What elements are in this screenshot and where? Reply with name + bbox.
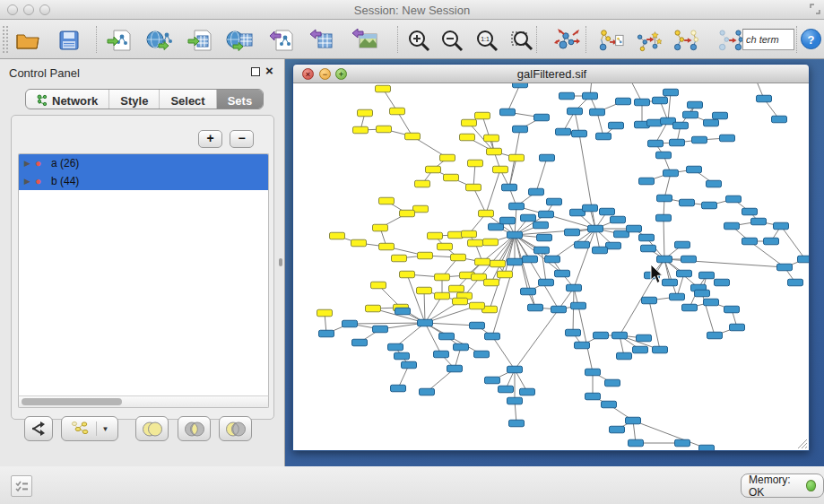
graph-node[interactable] [715, 279, 730, 286]
graph-node[interactable] [594, 332, 609, 339]
graph-node[interactable] [713, 112, 728, 119]
graph-edge[interactable] [515, 309, 559, 369]
graph-node[interactable] [507, 231, 523, 239]
graph-node-selected[interactable] [371, 282, 386, 289]
graph-node-selected[interactable] [490, 260, 506, 267]
intersection-button[interactable] [178, 416, 211, 441]
graph-node-selected[interactable] [449, 285, 464, 292]
graph-node[interactable] [707, 180, 722, 187]
graph-node[interactable] [571, 302, 586, 309]
panel-collapse-handle[interactable] [279, 258, 282, 266]
graph-node[interactable] [513, 83, 528, 88]
graph-node-selected[interactable] [373, 224, 388, 231]
graph-node[interactable] [434, 351, 449, 358]
graph-node[interactable] [656, 152, 672, 159]
resize-grip-icon[interactable] [795, 437, 808, 449]
graph-node[interactable] [617, 352, 632, 360]
graph-node[interactable] [523, 256, 538, 263]
graph-edge[interactable] [486, 169, 500, 213]
task-history-button[interactable] [11, 475, 32, 497]
graph-node[interactable] [593, 247, 608, 254]
graph-node[interactable] [507, 258, 523, 265]
graph-node[interactable] [572, 130, 587, 137]
graph-node-selected[interactable] [366, 305, 381, 312]
graph-node[interactable] [742, 238, 758, 245]
graph-node[interactable] [633, 346, 648, 353]
graph-node[interactable] [653, 97, 668, 104]
network-window-titlebar[interactable]: × − + galFiltered.sif [293, 65, 810, 83]
graph-edge[interactable] [573, 288, 574, 333]
graph-node[interactable] [726, 196, 742, 203]
graph-node[interactable] [583, 92, 598, 100]
graph-node[interactable] [521, 288, 536, 295]
graph-node-selected[interactable] [468, 160, 483, 167]
graph-node[interactable] [509, 420, 525, 427]
graph-node[interactable] [588, 225, 603, 232]
graph-node[interactable] [565, 229, 580, 236]
graph-edge[interactable] [649, 300, 660, 350]
export-network-button[interactable] [268, 27, 295, 54]
export-image-button[interactable] [351, 27, 378, 54]
graph-node[interactable] [670, 139, 685, 146]
graph-node-selected[interactable] [468, 239, 483, 247]
graph-edge[interactable] [574, 229, 595, 288]
graph-node[interactable] [547, 198, 562, 205]
float-panel-icon[interactable] [251, 67, 260, 76]
graph-node-selected[interactable] [405, 133, 421, 140]
graph-node-selected[interactable] [392, 255, 407, 262]
graph-node[interactable] [639, 178, 655, 185]
graph-node[interactable] [489, 223, 504, 230]
split-set-button[interactable] [24, 416, 53, 441]
graph-node[interactable] [664, 89, 679, 96]
graph-node[interactable] [609, 122, 624, 129]
graph-node[interactable] [688, 101, 703, 109]
graph-node-selected[interactable] [353, 126, 369, 134]
tab-network[interactable]: Network [26, 90, 109, 109]
graph-node-selected[interactable] [417, 287, 432, 294]
graph-node[interactable] [742, 208, 758, 215]
graph-node[interactable] [664, 169, 679, 177]
graph-node-selected[interactable] [415, 180, 430, 187]
graph-node[interactable] [606, 242, 621, 249]
graph-node[interactable] [555, 270, 570, 277]
graph-node[interactable] [675, 439, 690, 447]
graph-node[interactable] [707, 332, 723, 339]
graph-node[interactable] [777, 264, 793, 271]
import-network-web-button[interactable] [146, 27, 173, 54]
graph-node[interactable] [681, 256, 697, 263]
graph-node[interactable] [612, 332, 628, 339]
close-panel-icon[interactable]: × [265, 63, 273, 78]
set-row-b[interactable]: ▶ ● b (44) [19, 172, 268, 190]
graph-node[interactable] [507, 397, 523, 404]
graph-node[interactable] [590, 109, 605, 116]
network-canvas[interactable] [293, 83, 810, 451]
graph-node[interactable] [653, 346, 668, 353]
graph-node-selected[interactable] [483, 239, 499, 246]
network-graph[interactable] [293, 83, 810, 451]
graph-edge[interactable] [664, 218, 664, 259]
graph-node[interactable] [673, 122, 689, 129]
graph-edge[interactable] [473, 187, 486, 213]
graph-node[interactable] [798, 256, 811, 263]
set-row-a[interactable]: ▶ ● a (26) [19, 154, 268, 172]
scrollbar-thumb[interactable] [22, 398, 122, 405]
graph-node[interactable] [637, 335, 652, 342]
import-table-web-button[interactable] [226, 27, 253, 54]
open-session-button[interactable] [14, 27, 41, 54]
graph-node[interactable] [474, 351, 490, 358]
graph-node[interactable] [402, 361, 417, 369]
graph-node[interactable] [699, 445, 715, 451]
graph-node[interactable] [583, 204, 598, 212]
graph-node[interactable] [757, 95, 772, 102]
graph-node[interactable] [540, 154, 555, 161]
graph-node[interactable] [575, 241, 590, 248]
graph-node[interactable] [788, 279, 803, 286]
new-network-selected-nodes-selected-edges-button[interactable] [717, 27, 744, 54]
graph-node[interactable] [418, 319, 433, 326]
graph-node[interactable] [537, 234, 552, 241]
graph-node[interactable] [395, 352, 410, 360]
graph-node[interactable] [513, 126, 528, 133]
graph-node[interactable] [395, 308, 411, 315]
graph-node[interactable] [774, 222, 789, 230]
zoom-in-button[interactable] [405, 27, 432, 54]
